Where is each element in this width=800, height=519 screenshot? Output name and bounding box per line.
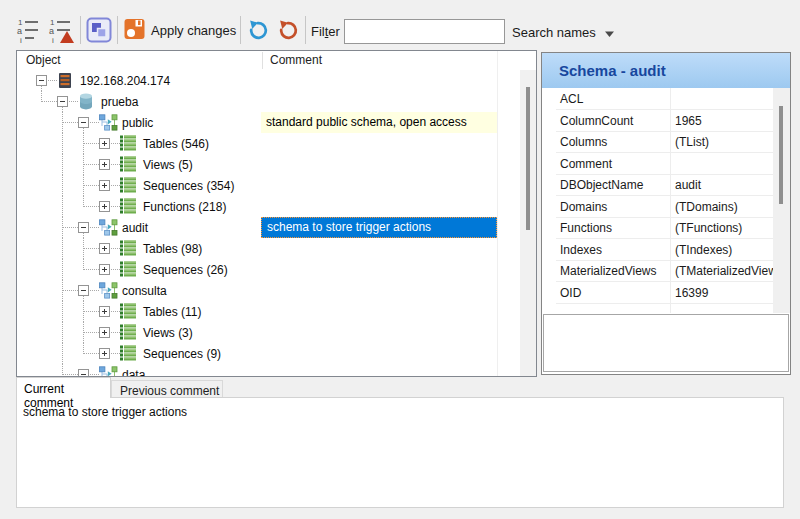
sort-ascending-button[interactable]: 1ai [16, 17, 43, 47]
property-row-indexes[interactable]: Indexes(TIndexes) [556, 239, 773, 261]
list-icon [120, 345, 141, 363]
list-icon [120, 303, 141, 321]
tree-row-views-3[interactable]: Views (3) [17, 322, 520, 343]
property-row-columns[interactable]: Columns(TList) [556, 131, 773, 153]
tree-guide-line [83, 269, 99, 270]
column-divider[interactable] [262, 52, 263, 69]
expand-icon[interactable] [99, 180, 110, 191]
property-row-functions[interactable]: Functions(TFunctions) [556, 217, 773, 239]
tree-row-audit[interactable]: auditschema to store trigger actions [17, 217, 520, 238]
tree-guide-line [83, 143, 99, 144]
filter-input[interactable] [344, 19, 505, 44]
tree-guide-line [111, 164, 120, 165]
comment-editor[interactable]: schema to store trigger actions [16, 397, 784, 508]
tree-label: 192.168.204.174 [80, 74, 170, 88]
tree-row-views-5[interactable]: Views (5) [17, 154, 520, 175]
collapse-icon[interactable] [78, 369, 89, 376]
sort-descending-button[interactable]: 1ai [48, 17, 75, 47]
collapse-icon[interactable] [57, 96, 68, 107]
save-icon [124, 18, 145, 43]
tree-scrollbar-thumb[interactable] [526, 87, 530, 230]
expand-icon[interactable] [99, 264, 110, 275]
tree-guide-line [48, 80, 57, 81]
tree-row-tables-98[interactable]: Tables (98) [17, 238, 520, 259]
expand-icon[interactable] [99, 348, 110, 359]
sort-ascending-icon: 1ai [16, 17, 43, 47]
tree-guide-line [62, 322, 63, 343]
inspector-scrollbar-thumb[interactable] [779, 106, 783, 204]
tree-label: Views (3) [143, 326, 193, 340]
property-row-columncount[interactable]: ColumnCount1965 [556, 110, 773, 132]
schema-icon [99, 219, 120, 237]
tab-previous-comment[interactable]: Previous comment [111, 380, 223, 398]
collapse-icon[interactable] [78, 222, 89, 233]
schema-icon [99, 282, 120, 300]
property-name: Domains [560, 200, 607, 214]
tree-guide-line [62, 227, 78, 228]
collapse-icon[interactable] [78, 285, 89, 296]
expand-icon[interactable] [99, 243, 110, 254]
collapse-icon[interactable] [78, 117, 89, 128]
tree-row-consulta[interactable]: consulta [17, 280, 520, 301]
tree-label: audit [122, 221, 148, 235]
expand-icon[interactable] [99, 201, 110, 212]
tab-current-comment[interactable]: Current comment [16, 377, 111, 398]
tree-label: Tables (11) [143, 305, 201, 319]
search-names-dropdown[interactable]: Search names [512, 22, 614, 42]
column-header-object[interactable]: Object [26, 53, 61, 67]
property-name: ACL [560, 92, 583, 106]
property-row-dbobjectname[interactable]: DBObjectNameaudit [556, 174, 773, 196]
copy-image-button[interactable] [86, 17, 112, 46]
property-row-materializedviews[interactable]: MaterializedViews(TMaterializedViews) [556, 260, 773, 282]
property-row-domains[interactable]: Domains(TDomains) [556, 196, 773, 218]
list-icon [120, 324, 141, 342]
tree-row-tables-546[interactable]: Tables (546) [17, 133, 520, 154]
tree-row-sequences-354[interactable]: Sequences (354) [17, 175, 520, 196]
property-value: (TList) [675, 135, 773, 149]
redo-button[interactable] [277, 19, 300, 45]
tree-guide-line [62, 301, 63, 322]
property-name: OID [560, 286, 581, 300]
expand-icon[interactable] [99, 306, 110, 317]
chevron-down-icon [605, 25, 614, 40]
expand-icon[interactable] [99, 327, 110, 338]
property-value: (TIndexes) [675, 243, 773, 257]
tree-label: Sequences (354) [143, 179, 234, 193]
expand-icon[interactable] [99, 159, 110, 170]
property-value: 16399 [675, 286, 773, 300]
tree-label: Tables (98) [143, 242, 202, 256]
tree-row-data[interactable]: data [17, 364, 520, 376]
comment-cell[interactable]: schema to store trigger actions [261, 217, 497, 238]
tree-row-prueba[interactable]: prueba [17, 91, 520, 112]
tree-scrollbar[interactable] [520, 70, 536, 376]
property-value: audit [675, 178, 773, 192]
property-row-acl[interactable]: ACL [556, 88, 773, 110]
property-name: Indexes [560, 243, 602, 257]
tree-row-sequences-26[interactable]: Sequences (26) [17, 259, 520, 280]
expand-icon[interactable] [99, 138, 110, 149]
property-grid-divider [670, 88, 671, 313]
inspector-description [543, 314, 789, 372]
copy-image-icon [86, 17, 112, 46]
tree-row-sequences-9[interactable]: Sequences (9) [17, 343, 520, 364]
property-row-oid[interactable]: OID16399 [556, 282, 773, 304]
property-row-comment[interactable]: Comment [556, 153, 773, 175]
column-header-comment[interactable]: Comment [270, 53, 322, 67]
tree-row-tables-11[interactable]: Tables (11) [17, 301, 520, 322]
database-icon [78, 93, 99, 111]
tree-guide-line [62, 290, 78, 291]
inspector-scrollbar[interactable] [773, 88, 790, 313]
tree-column-header: Object Comment [17, 51, 536, 69]
tree-guide-line [90, 122, 99, 123]
collapse-icon[interactable] [36, 75, 47, 86]
list-icon [120, 135, 141, 153]
tree-row-functions-218[interactable]: Functions (218) [17, 196, 520, 217]
sort-descending-icon: 1ai [48, 17, 75, 47]
undo-button[interactable] [247, 19, 270, 45]
apply-changes-button[interactable]: Apply changes [124, 15, 236, 45]
tree-row-public[interactable]: publicstandard public schema, open acces… [17, 112, 520, 133]
tree-row-192-168-204-174[interactable]: 192.168.204.174 [17, 70, 520, 91]
toolbar-separator [305, 16, 306, 44]
comment-cell[interactable]: standard public schema, open access [261, 112, 497, 133]
tree-label: prueba [101, 95, 138, 109]
